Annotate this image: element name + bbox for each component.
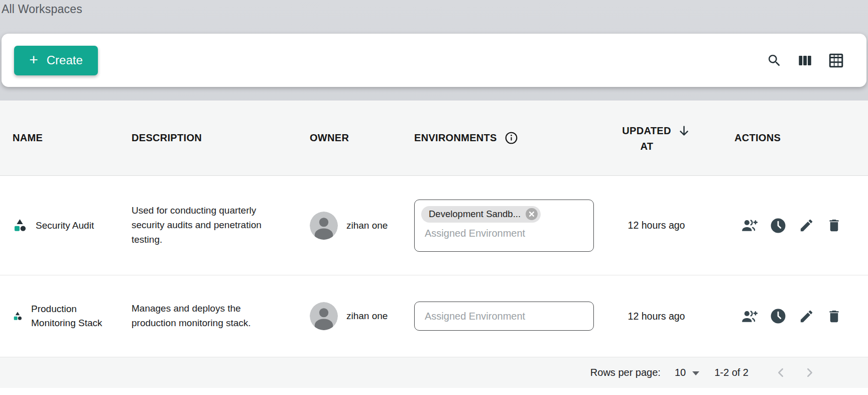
column-header-owner: OWNER — [310, 132, 414, 144]
column-header-actions: ACTIONS — [718, 132, 868, 144]
remove-environment-icon[interactable] — [525, 208, 538, 221]
delete-icon[interactable] — [826, 218, 842, 233]
updated-at-value: 12 hours ago — [595, 220, 718, 231]
workspace-description: Used for conducting quarterly security a… — [132, 204, 278, 247]
table-header-row: NAME DESCRIPTION OWNER ENVIRONMENTS UPDA… — [0, 101, 868, 176]
rows-per-page-select[interactable]: 10 — [675, 367, 699, 378]
workspace-category-icon — [13, 311, 23, 321]
chevron-down-icon — [692, 371, 699, 375]
actions-cell — [718, 308, 868, 325]
sort-desc-arrow-icon — [677, 124, 691, 138]
updated-header-line1: UPDATED — [622, 125, 671, 137]
environments-header-label: ENVIRONMENTS — [414, 132, 497, 144]
toolbar-view-controls — [767, 52, 866, 69]
actions-cell — [718, 217, 868, 234]
table-row: Security Audit Used for conducting quart… — [0, 176, 868, 275]
avatar — [310, 302, 338, 330]
bottom-strip — [0, 388, 868, 395]
view-columns-icon[interactable] — [797, 53, 813, 68]
plus-icon: + — [29, 52, 38, 67]
workspaces-page: All Workspaces + Create NAME DESCRIPTION… — [0, 0, 868, 395]
column-header-environments: ENVIRONMENTS — [414, 131, 595, 145]
toolbar: + Create — [2, 34, 866, 87]
environment-chip[interactable]: Development Sandb... — [421, 206, 541, 223]
environment-placeholder: Assigned Environment — [425, 228, 587, 239]
environment-chip-label: Development Sandb... — [429, 209, 521, 220]
workspace-description: Manages and deploys the production monit… — [132, 302, 278, 331]
create-button[interactable]: + Create — [14, 46, 98, 75]
workspace-name-cell: Production Monitoring Stack — [13, 302, 132, 330]
workspace-name: Security Audit — [36, 219, 94, 233]
environments-cell: Assigned Environment — [414, 302, 595, 331]
environments-cell: Development Sandb... Assigned Environmen… — [414, 200, 595, 252]
edit-icon[interactable] — [799, 309, 814, 324]
owner-cell: zihan one — [310, 302, 414, 330]
column-header-updated-at[interactable]: UPDATED AT — [595, 124, 718, 152]
column-header-description: DESCRIPTION — [132, 132, 310, 144]
grid-view-icon[interactable] — [828, 52, 844, 69]
assigned-environment-select[interactable]: Development Sandb... Assigned Environmen… — [414, 200, 594, 252]
updated-at-value: 12 hours ago — [595, 311, 718, 322]
workspace-name: Production Monitoring Stack — [31, 302, 116, 330]
workspace-category-icon — [13, 218, 27, 233]
edit-icon[interactable] — [799, 218, 814, 233]
rows-per-page-label: Rows per page: — [590, 367, 661, 378]
owner-name: zihan one — [346, 311, 388, 322]
add-user-icon[interactable] — [741, 308, 758, 325]
add-user-icon[interactable] — [741, 217, 758, 234]
history-icon[interactable] — [770, 217, 787, 234]
workspace-name-cell: Security Audit — [13, 218, 132, 233]
owner-cell: zihan one — [310, 212, 414, 240]
column-header-name: NAME — [13, 132, 132, 144]
next-page-icon[interactable] — [802, 365, 817, 380]
pagination-range: 1-2 of 2 — [714, 367, 749, 378]
pager — [774, 365, 817, 380]
workspaces-table: NAME DESCRIPTION OWNER ENVIRONMENTS UPDA… — [0, 101, 868, 388]
assigned-environment-select[interactable]: Assigned Environment — [414, 302, 594, 331]
environment-placeholder: Assigned Environment — [425, 311, 525, 322]
create-button-label: Create — [47, 53, 83, 67]
rows-per-page-value: 10 — [675, 367, 686, 378]
table-row: Production Monitoring Stack Manages and … — [0, 275, 868, 357]
table-pagination-footer: Rows per page: 10 1-2 of 2 — [0, 357, 868, 388]
avatar — [310, 212, 338, 240]
previous-page-icon[interactable] — [774, 365, 788, 380]
history-icon[interactable] — [770, 308, 787, 325]
page-title: All Workspaces — [2, 3, 82, 16]
info-icon[interactable] — [505, 131, 518, 145]
owner-name: zihan one — [346, 220, 388, 231]
search-icon[interactable] — [767, 53, 782, 68]
updated-header-line2: AT — [641, 141, 654, 152]
delete-icon[interactable] — [826, 309, 842, 324]
